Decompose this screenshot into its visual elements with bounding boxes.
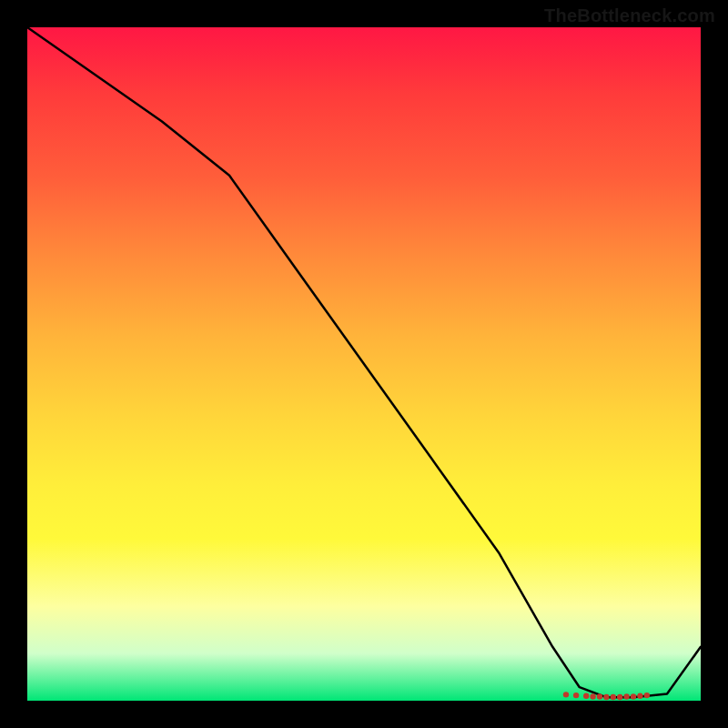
marker-dot bbox=[597, 693, 602, 699]
marker-dot bbox=[631, 693, 636, 699]
marker-dot bbox=[573, 693, 579, 698]
chart-overlay bbox=[27, 27, 701, 701]
watermark-text: TheBottleneck.com bbox=[544, 5, 715, 26]
marker-dot bbox=[563, 692, 569, 697]
marker-cluster bbox=[563, 692, 650, 700]
marker-dot bbox=[611, 694, 616, 700]
marker-dot bbox=[637, 693, 642, 699]
chart-frame: TheBottleneck.com bbox=[0, 0, 728, 728]
bottleneck-curve bbox=[27, 27, 701, 697]
marker-dot bbox=[617, 694, 622, 700]
marker-dot bbox=[603, 694, 609, 700]
marker-dot bbox=[583, 693, 589, 699]
marker-dot bbox=[623, 693, 629, 699]
marker-dot bbox=[644, 693, 650, 698]
marker-dot bbox=[590, 693, 595, 699]
